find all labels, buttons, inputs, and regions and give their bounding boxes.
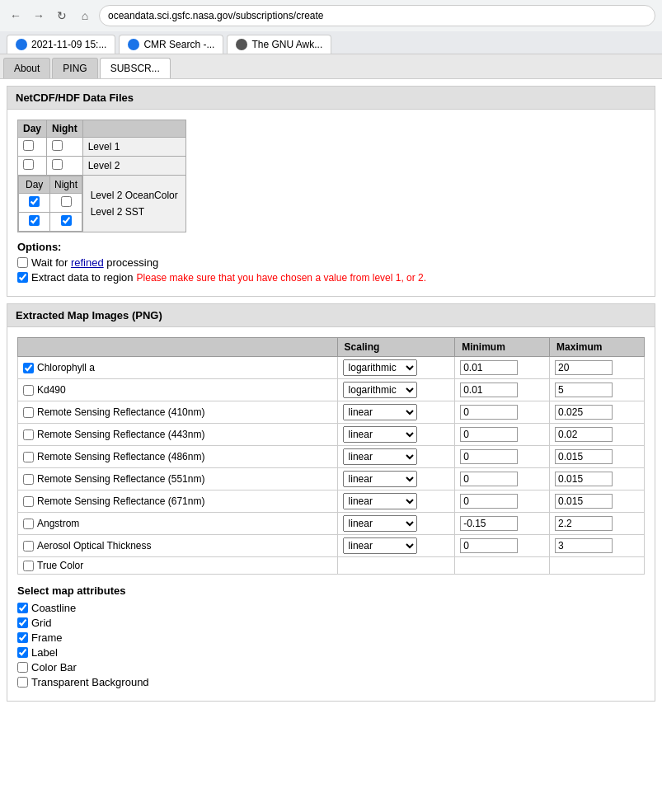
- png-row-8-max-input[interactable]: [555, 538, 613, 553]
- level2-night-checkbox[interactable]: [52, 159, 63, 170]
- png-row-2-checkbox[interactable]: [23, 407, 34, 418]
- png-table: Scaling Minimum Maximum Chlorophyll alin…: [17, 337, 645, 575]
- tab-2[interactable]: The GNU Awk...: [227, 35, 331, 54]
- png-row-9-scaling: [337, 557, 455, 575]
- level1-night-cell: [47, 138, 83, 157]
- level2-day-cell: [18, 157, 47, 176]
- png-row-4-scaling-select[interactable]: linearlogarithmic: [343, 448, 417, 465]
- png-row-7-max-input[interactable]: [555, 516, 613, 531]
- netcdf-table: Day Night Level 1 Level 2: [17, 120, 186, 232]
- search-icon: [128, 39, 139, 50]
- wait-checkbox[interactable]: [17, 257, 28, 268]
- png-row-5-scaling: linearlogarithmic: [337, 468, 455, 490]
- map-attr-3-checkbox[interactable]: [17, 647, 28, 658]
- png-row-7-max: [550, 513, 645, 535]
- png-table-header-row: Scaling Minimum Maximum: [18, 338, 645, 357]
- home-button[interactable]: ⌂: [76, 7, 94, 25]
- png-row-0-max-input[interactable]: [555, 360, 613, 375]
- map-attr-row-5: Transparent Background: [17, 676, 645, 688]
- png-row-1-label: Kd490: [18, 379, 338, 401]
- png-row-0-scaling-select[interactable]: linearlogarithmic: [343, 359, 417, 376]
- png-row-5-max-input[interactable]: [555, 472, 613, 486]
- png-row-8-checkbox[interactable]: [23, 541, 34, 552]
- png-row-2-max-input[interactable]: [555, 405, 613, 420]
- tab-0[interactable]: 2021-11-09 15:...: [7, 35, 115, 54]
- png-row-0-max: [550, 357, 645, 379]
- png-row-1-min-input[interactable]: [460, 383, 518, 397]
- png-row-6-checkbox[interactable]: [23, 496, 34, 507]
- sub-tab-about[interactable]: About: [3, 58, 50, 78]
- png-row-0-label: Chlorophyll a: [18, 357, 338, 379]
- png-row-7-label-text: Angstrom: [37, 518, 79, 529]
- png-row-0-min-input[interactable]: [460, 360, 518, 375]
- png-row-7-label: Angstrom: [18, 513, 338, 535]
- png-row-0-scaling: linearlogarithmic: [337, 357, 455, 379]
- png-row-2-scaling-select[interactable]: linearlogarithmic: [343, 404, 417, 420]
- png-row-4-label-text: Remote Sensing Reflectance (486nm): [37, 451, 204, 462]
- address-bar[interactable]: [99, 5, 655, 26]
- png-row-9-label-text: True Color: [37, 560, 83, 571]
- png-row-3-max-input[interactable]: [555, 427, 613, 442]
- map-attrs-section: Select map attributes CoastlineGridFrame…: [17, 584, 645, 688]
- png-row-0-min: [455, 357, 550, 379]
- sst-day-checkbox[interactable]: [29, 215, 40, 226]
- forward-button[interactable]: →: [30, 7, 48, 25]
- level2-day-checkbox[interactable]: [23, 159, 34, 170]
- png-row-9-checkbox[interactable]: [23, 561, 34, 571]
- png-row-9-min: [455, 557, 550, 575]
- png-row-3-scaling-select[interactable]: linearlogarithmic: [343, 426, 417, 443]
- oc-night-checkbox[interactable]: [61, 196, 72, 207]
- oc-day-checkbox[interactable]: [29, 196, 40, 207]
- png-row-7-scaling-select[interactable]: linearlogarithmic: [343, 515, 417, 532]
- png-row-3-checkbox[interactable]: [23, 429, 34, 440]
- png-row-4-min-input[interactable]: [460, 449, 518, 464]
- png-row-5-checkbox[interactable]: [23, 474, 34, 485]
- png-row-2-scaling: linearlogarithmic: [337, 401, 455, 424]
- oc-night-cell: [50, 194, 82, 213]
- map-attr-1-label: Grid: [31, 617, 52, 629]
- png-row-6-max-input[interactable]: [555, 494, 613, 509]
- level1-day-checkbox[interactable]: [23, 140, 34, 151]
- globe-icon: [16, 39, 27, 50]
- table-row: Angstromlinearlogarithmic: [18, 513, 645, 535]
- reload-button[interactable]: ↻: [53, 7, 71, 25]
- png-row-4-scaling: linearlogarithmic: [337, 446, 455, 468]
- png-row-5-min-input[interactable]: [460, 472, 518, 486]
- map-attr-0-checkbox[interactable]: [17, 603, 28, 613]
- map-attr-row-3: Label: [17, 646, 645, 659]
- png-row-6-scaling-select[interactable]: linearlogarithmic: [343, 493, 417, 509]
- gnu-icon: [236, 39, 247, 50]
- png-row-8-min-input[interactable]: [460, 538, 518, 553]
- png-row-4-max-input[interactable]: [555, 449, 613, 464]
- png-row-0-checkbox[interactable]: [23, 363, 34, 373]
- png-row-4-checkbox[interactable]: [23, 452, 34, 462]
- png-row-8-scaling: linearlogarithmic: [337, 535, 455, 557]
- png-row-1-checkbox[interactable]: [23, 385, 34, 396]
- sub-tab-ping[interactable]: PING: [52, 58, 97, 78]
- png-row-2-min-input[interactable]: [460, 405, 518, 420]
- png-row-5-label: Remote Sensing Reflectance (551nm): [18, 468, 338, 490]
- sst-night-checkbox[interactable]: [61, 215, 72, 226]
- png-row-7-min-input[interactable]: [460, 516, 518, 531]
- map-attr-5-checkbox[interactable]: [17, 677, 28, 688]
- png-row-8-scaling-select[interactable]: linearlogarithmic: [343, 537, 417, 554]
- level1-night-checkbox[interactable]: [52, 140, 63, 151]
- tab-1[interactable]: CMR Search -...: [119, 35, 223, 54]
- png-row-3-min-input[interactable]: [460, 427, 518, 442]
- png-row-1-scaling-select[interactable]: linearlogarithmic: [343, 382, 417, 398]
- map-attr-2-checkbox[interactable]: [17, 632, 28, 643]
- png-row-7-checkbox[interactable]: [23, 519, 34, 529]
- png-row-1-label-text: Kd490: [37, 384, 66, 396]
- sub-tab-subscr[interactable]: SUBSCR...: [100, 58, 171, 78]
- refined-link[interactable]: refined: [71, 256, 104, 269]
- browser-toolbar: ← → ↻ ⌂: [0, 0, 662, 31]
- png-row-4-min: [455, 446, 550, 468]
- map-attr-1-checkbox[interactable]: [17, 617, 28, 628]
- extract-checkbox[interactable]: [17, 272, 28, 283]
- png-row-6-min-input[interactable]: [460, 494, 518, 509]
- map-attr-4-checkbox[interactable]: [17, 662, 28, 673]
- table-row: Day Night: [18, 176, 186, 232]
- png-row-1-max-input[interactable]: [555, 383, 613, 397]
- back-button[interactable]: ←: [7, 7, 25, 25]
- png-row-5-scaling-select[interactable]: linearlogarithmic: [343, 471, 417, 487]
